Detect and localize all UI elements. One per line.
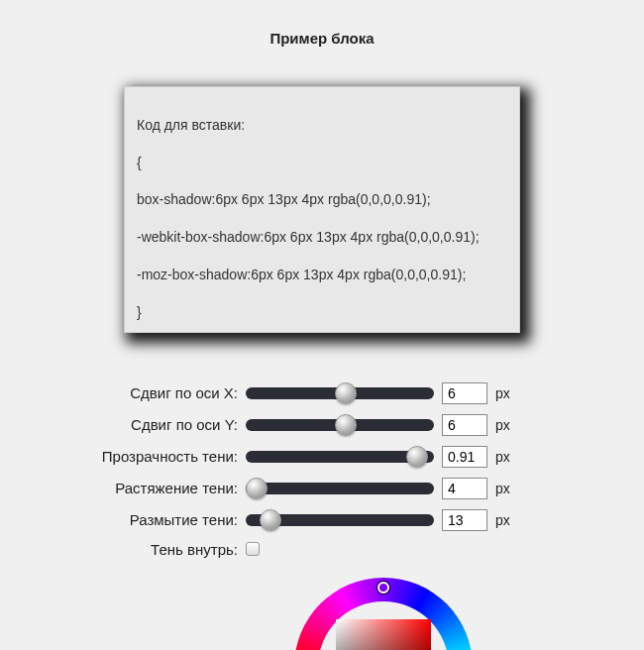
slider-thumb[interactable] (406, 446, 428, 468)
input-offset-y[interactable] (442, 414, 487, 436)
input-offset-x[interactable] (442, 382, 487, 404)
code-output: Код для вставки: { box-shadow:6px 6px 13… (124, 86, 520, 333)
row-opacity: Прозрачность тени: px (45, 446, 599, 468)
input-spread[interactable] (442, 478, 487, 499)
row-inset: Тень внутрь: (45, 541, 599, 558)
slider-offset-x[interactable] (246, 382, 434, 404)
label-offset-x: Сдвиг по оси X: (45, 384, 238, 401)
row-offset-y: Сдвиг по оси Y: px (45, 414, 599, 436)
slider-thumb[interactable] (335, 382, 357, 404)
code-close: } (137, 304, 142, 320)
checkbox-inset[interactable] (246, 542, 260, 556)
unit-spread: px (495, 481, 519, 496)
code-line-2: -webkit-box-shadow:6px 6px 13px 4px rgba… (137, 229, 480, 245)
slider-thumb[interactable] (335, 414, 357, 436)
slider-spread[interactable] (246, 478, 434, 499)
slider-opacity[interactable] (246, 446, 434, 468)
row-color: Выбор цвета: #000000 (0, 578, 644, 650)
code-line-1: box-shadow:6px 6px 13px 4px rgba(0,0,0,0… (137, 191, 431, 207)
unit-blur: px (495, 512, 519, 528)
input-opacity[interactable] (442, 446, 487, 468)
slider-thumb[interactable] (246, 478, 268, 499)
slider-offset-y[interactable] (246, 414, 434, 436)
code-line-3: -moz-box-shadow:6px 6px 13px 4px rgba(0,… (137, 267, 466, 282)
controls-panel: Сдвиг по оси X: px Сдвиг по оси Y: px Пр… (0, 382, 644, 558)
unit-opacity: px (495, 449, 519, 465)
page-title: Пример блока (0, 30, 644, 47)
slider-thumb[interactable] (260, 509, 281, 531)
row-offset-x: Сдвиг по оси X: px (45, 382, 599, 404)
color-square[interactable] (336, 619, 431, 650)
label-offset-y: Сдвиг по оси Y: (45, 416, 238, 433)
label-spread: Растяжение тени: (45, 480, 238, 496)
slider-track (246, 483, 434, 494)
input-blur[interactable] (442, 509, 487, 531)
label-opacity: Прозрачность тени: (45, 448, 238, 465)
unit-offset-x: px (495, 385, 519, 401)
label-blur: Размытие тени: (45, 511, 238, 528)
color-picker[interactable] (294, 578, 473, 650)
row-blur: Размытие тени: px (45, 509, 599, 531)
slider-blur[interactable] (246, 509, 434, 531)
hue-marker[interactable] (377, 582, 389, 594)
code-open: { (137, 155, 142, 170)
unit-offset-y: px (495, 417, 519, 433)
label-inset: Тень внутрь: (45, 541, 238, 558)
row-spread: Растяжение тени: px (45, 478, 599, 499)
code-heading: Код для вставки: (137, 117, 245, 133)
